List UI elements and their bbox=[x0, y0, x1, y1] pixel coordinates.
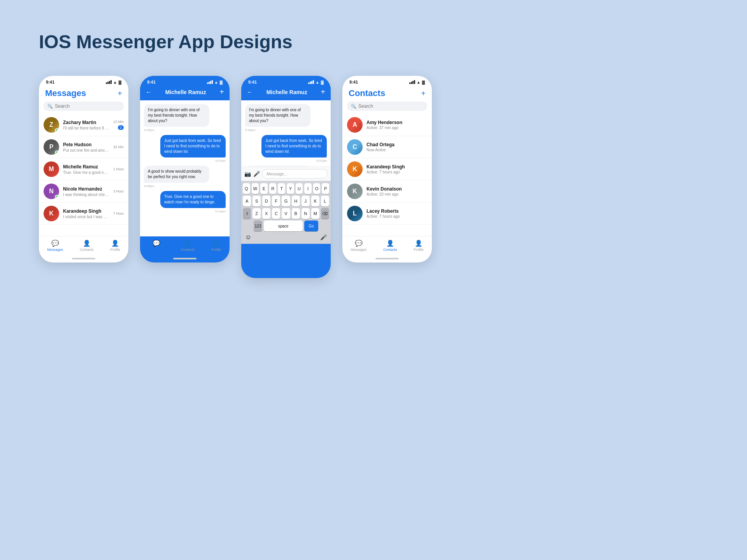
key-D[interactable]: D bbox=[262, 196, 270, 206]
nav-contacts-4[interactable]: 👤 Contacts bbox=[383, 240, 397, 252]
keyboard[interactable]: Q W E R T Y U I O P A S D F G H J K L bbox=[241, 181, 331, 244]
emoji-button[interactable]: ☺ bbox=[245, 234, 251, 241]
key-shift[interactable]: ⇧ bbox=[243, 208, 251, 219]
list-item[interactable]: P Pete Hudson Put out one fire and anoth… bbox=[39, 136, 128, 158]
key-A[interactable]: A bbox=[243, 196, 251, 206]
camera-icon: 📷 bbox=[244, 171, 251, 177]
key-W[interactable]: W bbox=[252, 183, 259, 194]
bottom-nav-2: 💬 Messages 👤 Contacts 👤 Profile bbox=[140, 236, 230, 256]
key-F[interactable]: F bbox=[272, 196, 280, 206]
nav-contacts[interactable]: 👤 Contacts bbox=[80, 240, 94, 252]
keyboard-row-3: ⇧ Z X C V B N M ⌫ bbox=[243, 208, 329, 219]
key-O[interactable]: O bbox=[313, 183, 321, 194]
avatar: P bbox=[44, 139, 59, 155]
contact-info: Michelle Ramuz True. Give me a good one … bbox=[63, 164, 109, 175]
message-sent: Just got back from work. So tired I need… bbox=[160, 135, 226, 158]
bottom-nav-1: 💬 Messages 👤 Contacts 👤 Profile bbox=[39, 236, 128, 256]
key-P[interactable]: P bbox=[322, 183, 329, 194]
key-R[interactable]: R bbox=[269, 183, 277, 194]
key-go[interactable]: Go bbox=[304, 220, 318, 231]
contact-name: Amy Henderson bbox=[366, 120, 427, 125]
key-Z[interactable]: Z bbox=[253, 208, 261, 219]
list-item[interactable]: K Karandeep Singh I visited once but I w… bbox=[39, 203, 128, 225]
key-I[interactable]: I bbox=[304, 183, 312, 194]
key-E[interactable]: E bbox=[260, 183, 268, 194]
messages-search-bar[interactable]: 🔍 bbox=[44, 102, 124, 111]
nav-profile[interactable]: 👤 Profile bbox=[110, 240, 120, 252]
list-item[interactable]: Z Zachary Martin I'll still be there bef… bbox=[39, 114, 128, 136]
messages-plus-button[interactable]: + bbox=[117, 89, 122, 98]
list-item[interactable]: L Lacey Roberts Active: 7 hours ago bbox=[342, 203, 432, 225]
back-button[interactable]: ← bbox=[146, 89, 152, 96]
list-item[interactable]: K Kevin Donalson Active: 10 min ago bbox=[342, 180, 432, 203]
key-L[interactable]: L bbox=[321, 196, 329, 206]
mic-button[interactable]: 🎤 bbox=[320, 234, 327, 240]
key-V[interactable]: V bbox=[282, 208, 290, 219]
contact-info: Karandeep Singh Active: 7 hours ago bbox=[366, 164, 427, 174]
nav-messages-label-2: Messages bbox=[148, 248, 164, 252]
avatar: Z bbox=[44, 117, 59, 133]
key-T[interactable]: T bbox=[278, 183, 285, 194]
status-icons-4: ▲ ▓ bbox=[409, 80, 425, 84]
chat-plus-button-3[interactable]: + bbox=[321, 88, 325, 96]
nav-messages[interactable]: 💬 Messages bbox=[47, 240, 63, 252]
back-button-3[interactable]: ← bbox=[247, 89, 253, 96]
status-bar-4: 9:41 ▲ ▓ bbox=[342, 76, 432, 86]
nav-profile-4[interactable]: 👤 Profile bbox=[414, 240, 424, 252]
contact-name: Lacey Roberts bbox=[366, 208, 427, 214]
list-item[interactable]: N Nicole Hernandez I was thinking about … bbox=[39, 180, 128, 203]
contact-preview: I'll still be there before 8 though. Jus… bbox=[63, 126, 109, 130]
contact-name: Michelle Ramuz bbox=[63, 164, 109, 170]
nav-messages-4[interactable]: 💬 Messages bbox=[351, 240, 366, 252]
status-icons-2: ▲ ▓ bbox=[207, 80, 223, 84]
key-space[interactable]: space bbox=[264, 220, 303, 231]
status-bar-2: 9:41 ▲ ▓ bbox=[140, 76, 230, 86]
contact-meta: 3 Hour bbox=[113, 189, 124, 193]
key-U[interactable]: U bbox=[296, 183, 303, 194]
key-K[interactable]: K bbox=[311, 196, 319, 206]
contact-name: Nicole Hernandez bbox=[63, 186, 109, 192]
contacts-plus-button[interactable]: + bbox=[421, 89, 426, 98]
key-X[interactable]: X bbox=[262, 208, 270, 219]
contacts-search-input[interactable] bbox=[358, 103, 423, 109]
key-S[interactable]: S bbox=[253, 196, 261, 206]
message-input[interactable]: Message... bbox=[262, 169, 328, 178]
contact-preview: I was thinking about checking it out too… bbox=[63, 192, 109, 197]
nav-profile-2[interactable]: 👤 Profile bbox=[211, 240, 221, 252]
key-123[interactable]: 123 bbox=[254, 220, 262, 231]
contacts-header: Contacts + bbox=[342, 86, 432, 102]
contact-meta: 7 Hour bbox=[113, 212, 124, 215]
signal-icon-3 bbox=[308, 80, 314, 84]
list-item[interactable]: K Karandeep Singh Active: 7 hours ago bbox=[342, 158, 432, 180]
contact-time: 3 Hour bbox=[113, 189, 124, 193]
nav-contacts-label-2: Contacts bbox=[181, 248, 195, 252]
chat-messages-2: I'm going to dinner with one of my best … bbox=[140, 100, 230, 236]
key-Q[interactable]: Q bbox=[243, 183, 250, 194]
key-J[interactable]: J bbox=[302, 196, 310, 206]
contact-time: 12 Min bbox=[113, 120, 124, 124]
status-bar-3: 9:41 ▲ ▓ bbox=[241, 76, 331, 86]
key-G[interactable]: G bbox=[282, 196, 290, 206]
contacts-search-bar[interactable]: 🔍 bbox=[347, 102, 427, 111]
key-H[interactable]: H bbox=[292, 196, 300, 206]
messages-search-input[interactable] bbox=[55, 103, 120, 109]
nav-contacts-label-4: Contacts bbox=[383, 248, 397, 252]
avatar: N bbox=[44, 184, 59, 199]
key-B[interactable]: B bbox=[292, 208, 300, 219]
list-item[interactable]: A Amy Henderson Active: 37 min ago bbox=[342, 114, 432, 136]
chat-title-3: Michelle Ramuz bbox=[267, 89, 307, 95]
key-M[interactable]: M bbox=[311, 208, 319, 219]
chat-plus-button[interactable]: + bbox=[219, 88, 224, 96]
nav-contacts-2[interactable]: 👤 Contacts bbox=[181, 240, 195, 252]
nav-messages-2[interactable]: 💬 Messages bbox=[148, 240, 164, 252]
list-item[interactable]: M Michelle Ramuz True. Give me a good on… bbox=[39, 158, 128, 180]
key-Y[interactable]: Y bbox=[287, 183, 294, 194]
list-item[interactable]: C Chad Ortega Now Active bbox=[342, 136, 432, 158]
message-received: A good tv show would probably be perfect… bbox=[144, 166, 209, 183]
key-backspace[interactable]: ⌫ bbox=[321, 208, 329, 219]
key-C[interactable]: C bbox=[272, 208, 280, 219]
avatar: K bbox=[347, 161, 363, 177]
contact-info: Zachary Martin I'll still be there befor… bbox=[63, 120, 109, 130]
contact-status: Active: 7 hours ago bbox=[366, 214, 427, 219]
key-N[interactable]: N bbox=[302, 208, 310, 219]
